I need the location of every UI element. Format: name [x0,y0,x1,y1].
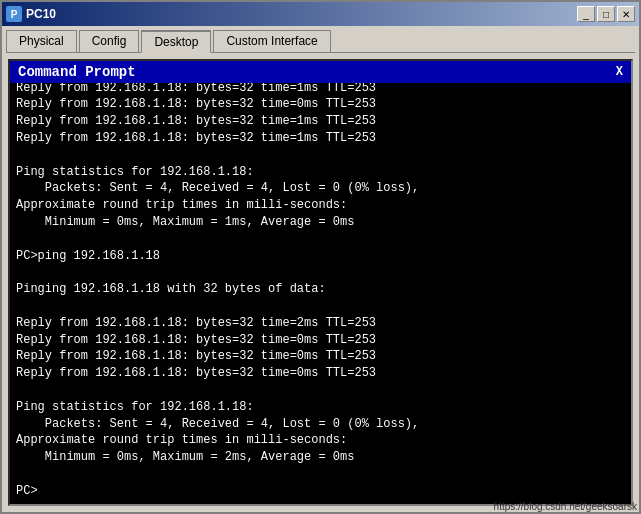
cmd-line: Approximate round trip times in milli-se… [16,197,625,214]
cmd-line [16,466,625,483]
cmd-line: Reply from 192.168.1.18: bytes=32 time=1… [16,130,625,147]
tab-bar: Physical Config Desktop Custom Interface [2,26,639,52]
close-button[interactable]: ✕ [617,6,635,22]
cmd-line: PC>ping 192.168.1.18 [16,248,625,265]
cmd-line: Minimum = 0ms, Maximum = 2ms, Average = … [16,449,625,466]
cmd-line [16,298,625,315]
cmd-line [16,231,625,248]
cmd-body[interactable]: Pinging 192.168.1.18 with 32 bytes of da… [10,83,631,504]
cmd-line: PC> [16,483,625,500]
cmd-line: Reply from 192.168.1.18: bytes=32 time=0… [16,348,625,365]
cmd-line: Packets: Sent = 4, Received = 4, Lost = … [16,180,625,197]
tab-config[interactable]: Config [79,30,140,52]
cmd-line: Reply from 192.168.1.18: bytes=32 time=1… [16,83,625,96]
maximize-button[interactable]: □ [597,6,615,22]
window-icon: P [6,6,22,22]
tab-desktop[interactable]: Desktop [141,30,211,53]
cmd-line: Pinging 192.168.1.18 with 32 bytes of da… [16,281,625,298]
cmd-line: Reply from 192.168.1.18: bytes=32 time=0… [16,96,625,113]
tab-physical[interactable]: Physical [6,30,77,52]
cmd-window: Command Prompt X Pinging 192.168.1.18 wi… [8,59,633,506]
title-bar: P PC10 _ □ ✕ [2,2,639,26]
cmd-line: Packets: Sent = 4, Received = 4, Lost = … [16,416,625,433]
cmd-line: Minimum = 0ms, Maximum = 1ms, Average = … [16,214,625,231]
main-window: P PC10 _ □ ✕ Physical Config Desktop Cus… [0,0,641,514]
cmd-line: Reply from 192.168.1.18: bytes=32 time=0… [16,365,625,382]
minimize-button[interactable]: _ [577,6,595,22]
cmd-close-button[interactable]: X [616,65,623,79]
cmd-line [16,264,625,281]
cmd-line: Approximate round trip times in milli-se… [16,432,625,449]
cmd-line: Reply from 192.168.1.18: bytes=32 time=2… [16,315,625,332]
watermark: https://blog.csdn.net/geeksoarsk [494,501,637,512]
window-title: PC10 [26,7,56,21]
window-controls: _ □ ✕ [577,6,635,22]
cmd-line [16,382,625,399]
cmd-line: Ping statistics for 192.168.1.18: [16,164,625,181]
cmd-line [16,147,625,164]
tab-custom-interface[interactable]: Custom Interface [213,30,330,52]
cmd-line: Reply from 192.168.1.18: bytes=32 time=1… [16,113,625,130]
cmd-title: Command Prompt [18,64,136,80]
content-area: Command Prompt X Pinging 192.168.1.18 wi… [2,53,639,512]
cmd-line: Reply from 192.168.1.18: bytes=32 time=0… [16,332,625,349]
cmd-title-bar: Command Prompt X [10,61,631,83]
cmd-line: Ping statistics for 192.168.1.18: [16,399,625,416]
